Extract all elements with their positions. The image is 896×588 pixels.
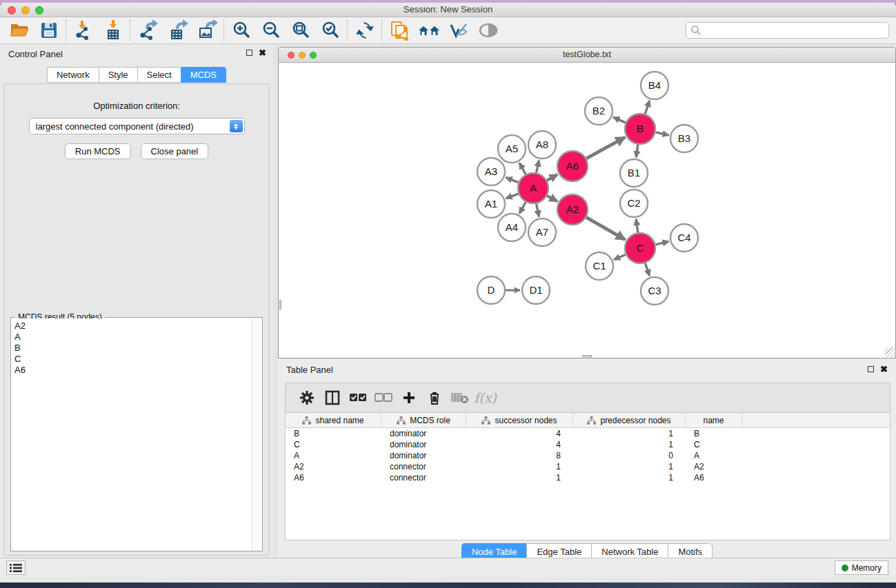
edge-B-B2[interactable] <box>613 117 626 123</box>
splitter-nub-bottom[interactable] <box>582 355 592 358</box>
column-header-predecessor-nodes[interactable]: predecessor nodes <box>573 413 686 427</box>
save-session-button[interactable] <box>34 19 63 41</box>
run-mcds-button[interactable]: Run MCDS <box>65 143 131 159</box>
edge-A-A1[interactable] <box>506 194 519 199</box>
edge-A-A5[interactable] <box>519 163 526 174</box>
edge-A6-B[interactable] <box>586 137 625 159</box>
network-window-titlebar[interactable]: testGlobe.txt <box>279 48 895 63</box>
node-B3[interactable]: B3 <box>670 125 698 152</box>
export-network-button[interactable] <box>132 19 162 41</box>
settings-button[interactable] <box>294 387 319 408</box>
node-A3[interactable]: A3 <box>477 158 505 185</box>
open-session-button[interactable] <box>4 19 34 41</box>
mcds-result-item[interactable]: A <box>14 332 252 343</box>
table-row[interactable]: A2connector11A2 <box>286 461 890 472</box>
select-all-button[interactable] <box>345 387 370 408</box>
column-header-successor-nodes[interactable]: successor nodes <box>466 413 573 427</box>
node-A[interactable]: A <box>518 173 548 203</box>
mcds-result-item[interactable]: A6 <box>14 365 252 376</box>
tab-select[interactable]: Select <box>137 67 181 83</box>
edge-A-A6[interactable] <box>547 174 557 181</box>
float-panel-icon[interactable] <box>246 50 252 56</box>
node-C1[interactable]: C1 <box>586 252 613 280</box>
splitter-nub-left[interactable] <box>278 300 281 310</box>
optimization-criterion-select[interactable]: largest connected component (directed) <box>29 118 245 134</box>
node-B1[interactable]: B1 <box>620 159 648 187</box>
edge-B-B4[interactable] <box>645 101 649 114</box>
import-network-button[interactable] <box>68 19 98 41</box>
edge-A-A3[interactable] <box>506 177 518 182</box>
show-graphics-details-button[interactable] <box>473 19 503 41</box>
edge-A2-C[interactable] <box>586 217 625 239</box>
tab-mcds[interactable]: MCDS <box>181 67 226 83</box>
edge-A-A4[interactable] <box>519 202 526 214</box>
node-B2[interactable]: B2 <box>585 97 613 125</box>
deselect-all-button[interactable] <box>370 387 396 408</box>
network-canvas[interactable]: B4B2BB3A8A5A6A3B1AC2A1A2A4A7C4CC1C3DD1 <box>279 63 895 358</box>
memory-button[interactable]: Memory <box>835 560 888 575</box>
zoom-selected-button[interactable] <box>315 19 345 41</box>
tab-network[interactable]: Network <box>47 67 99 83</box>
table-row[interactable]: Cdominator41C <box>286 439 890 450</box>
edge-A-A8[interactable] <box>537 161 539 173</box>
columns-button[interactable] <box>319 387 345 408</box>
clone-network-button[interactable] <box>384 19 414 41</box>
edge-B-B1[interactable] <box>636 145 638 157</box>
search-input[interactable] <box>701 26 888 35</box>
delete-table-button[interactable] <box>447 387 472 408</box>
node-D[interactable]: D <box>477 276 505 304</box>
table-row[interactable]: A6connector11A6 <box>286 472 890 483</box>
float-table-panel-icon[interactable] <box>868 366 874 372</box>
node-A1[interactable]: A1 <box>477 190 505 218</box>
edge-A-A7[interactable] <box>537 204 539 217</box>
node-C[interactable]: C <box>625 233 655 263</box>
function-builder-button[interactable]: f(x) <box>472 387 498 408</box>
apply-layout-button[interactable] <box>350 19 379 41</box>
resize-grip-icon[interactable] <box>885 347 895 357</box>
node-A7[interactable]: A7 <box>528 219 556 246</box>
node-B[interactable]: B <box>625 114 655 144</box>
delete-row-button[interactable] <box>421 387 447 408</box>
column-header-shared-name[interactable]: shared name <box>286 413 381 427</box>
table-row[interactable]: Adominator80A <box>286 450 890 461</box>
result-scrollbar[interactable] <box>252 318 261 550</box>
node-D1[interactable]: D1 <box>522 276 550 304</box>
first-neighbors-button[interactable] <box>414 19 444 41</box>
column-header-MCDS-role[interactable]: MCDS role <box>381 413 466 427</box>
node-A4[interactable]: A4 <box>498 214 526 241</box>
mcds-result-item[interactable]: B <box>14 343 252 354</box>
edge-B-B3[interactable] <box>656 132 669 135</box>
table-row[interactable]: Bdominator41B <box>286 428 890 439</box>
show-panels-button[interactable] <box>6 560 26 575</box>
node-C3[interactable]: C3 <box>641 277 668 305</box>
edge-C-C4[interactable] <box>655 241 668 245</box>
network-close-button[interactable] <box>288 52 295 59</box>
mcds-result-list[interactable]: A2ABCA6 <box>12 318 252 550</box>
node-C4[interactable]: C4 <box>670 224 698 252</box>
close-window-button[interactable] <box>8 6 16 14</box>
search-box[interactable] <box>686 22 889 39</box>
export-image-button[interactable] <box>192 19 221 41</box>
import-table-button[interactable] <box>98 19 128 41</box>
zoom-fit-button[interactable] <box>286 19 315 41</box>
close-table-panel-icon[interactable]: ✖ <box>880 365 888 373</box>
minimize-window-button[interactable] <box>21 6 30 14</box>
network-graph[interactable]: B4B2BB3A8A5A6A3B1AC2A1A2A4A7C4CC1C3DD1 <box>279 63 895 358</box>
edge-C-C2[interactable] <box>636 219 638 232</box>
network-zoom-button[interactable] <box>310 52 317 59</box>
edge-A-A2[interactable] <box>547 196 557 201</box>
zoom-out-button[interactable] <box>256 19 286 41</box>
zoom-in-button[interactable] <box>226 19 256 41</box>
mcds-result-item[interactable]: A2 <box>14 321 252 332</box>
node-B4[interactable]: B4 <box>641 72 668 99</box>
node-A2[interactable]: A2 <box>557 194 588 225</box>
close-panel-icon[interactable]: ✖ <box>259 49 266 57</box>
node-A8[interactable]: A8 <box>528 131 556 159</box>
zoom-window-button[interactable] <box>35 6 43 14</box>
hide-graphics-details-button[interactable] <box>444 19 473 41</box>
export-table-button[interactable] <box>162 19 192 41</box>
close-panel-button[interactable]: Close panel <box>141 143 209 159</box>
network-minimize-button[interactable] <box>299 52 306 59</box>
column-header-name[interactable]: name <box>686 413 742 427</box>
node-A5[interactable]: A5 <box>498 135 526 163</box>
